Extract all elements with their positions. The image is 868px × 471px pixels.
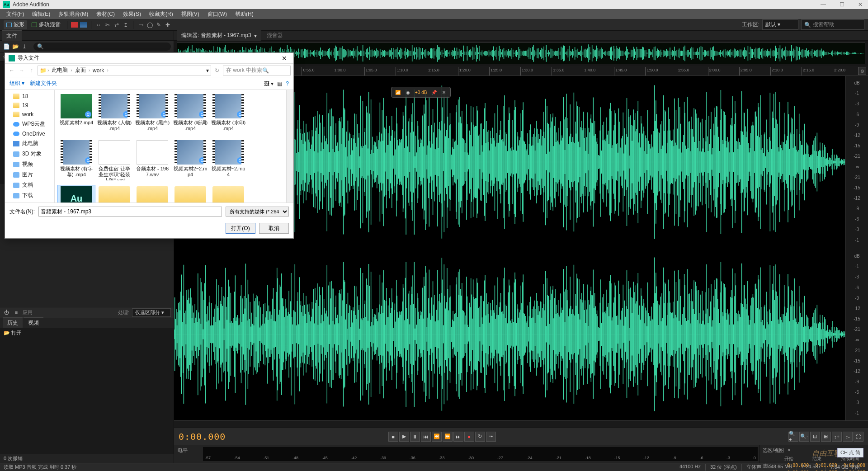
timecode-display[interactable]: 0:00.000 xyxy=(179,431,242,442)
menu-favorites[interactable]: 收藏夹(R) xyxy=(146,9,177,19)
waveform-view-button[interactable]: 波形 xyxy=(4,20,27,29)
multitrack-view-button[interactable]: 多轨混音 xyxy=(29,20,63,29)
go-end-button[interactable]: ⏭ xyxy=(453,432,463,442)
crumb[interactable]: work xyxy=(91,67,106,74)
file-item[interactable]: C视频素材 (有字幕) .mp4 xyxy=(57,139,95,184)
file-item[interactable]: C视频素材2~2.mp4 xyxy=(171,139,209,184)
fx-menu-icon[interactable]: ≡ xyxy=(13,309,20,316)
hud-vol-icon[interactable]: 📶 xyxy=(393,88,402,96)
nav-item[interactable]: work xyxy=(5,110,54,119)
pause-button[interactable]: ⏸ xyxy=(410,432,420,442)
file-item[interactable]: C视频素材~2.mp4 xyxy=(209,139,247,184)
nav-forward-button[interactable]: → xyxy=(18,67,26,74)
heal-tool-icon[interactable]: ✚ xyxy=(164,21,171,28)
hud-close-icon[interactable]: ✕ xyxy=(439,88,448,96)
nav-item[interactable]: 此电脑 xyxy=(5,138,54,149)
scrollbar[interactable] xyxy=(286,90,293,203)
dialog-close-button[interactable]: ✕ xyxy=(279,55,290,62)
filetype-filter[interactable]: 所有支持的媒体 (*.264, *.3gp, xyxy=(226,207,289,217)
workspace-dropdown[interactable]: 默认 ▾ xyxy=(762,19,798,30)
go-start-button[interactable]: ⏮ xyxy=(421,432,431,442)
import-icon[interactable]: ⤓ xyxy=(21,43,28,50)
mixer-tab[interactable]: 混音器 xyxy=(262,30,288,41)
new-file-icon[interactable]: 📄 xyxy=(3,43,10,50)
cancel-button[interactable]: 取消 xyxy=(259,223,289,234)
nav-item[interactable]: 视频 xyxy=(5,159,54,170)
ruler-options-icon[interactable]: ⚙ xyxy=(858,67,866,75)
nav-item[interactable]: 下载 xyxy=(5,190,54,201)
record-button[interactable]: ● xyxy=(464,432,474,442)
move-tool-icon[interactable]: ↔ xyxy=(95,21,102,28)
rewind-button[interactable]: ⏪ xyxy=(432,432,442,442)
process-scope-dropdown[interactable]: 仅选区部分 ▾ xyxy=(132,308,171,317)
search-help-input[interactable]: 🔍 搜索帮助 xyxy=(801,19,864,30)
file-item[interactable]: C视频素材 (水印) .mp4 xyxy=(209,93,247,138)
zoom-full-button[interactable]: ⛶ xyxy=(854,432,863,442)
history-tab[interactable]: 历史 xyxy=(3,317,23,328)
zoom-in-v-button[interactable]: ↕+ xyxy=(832,432,842,442)
nav-back-button[interactable]: ← xyxy=(8,67,16,74)
dialog-search-input[interactable]: 在 work 中搜索 🔍 xyxy=(223,66,291,75)
brush-tool-icon[interactable]: ✎ xyxy=(155,21,162,28)
nav-item[interactable]: 图片 xyxy=(5,170,54,180)
play-button[interactable]: ▶ xyxy=(399,432,409,442)
zoom-out-v-button[interactable]: ↕- xyxy=(843,432,853,442)
hud-pan-icon[interactable]: ◉ xyxy=(403,88,412,96)
open-file-icon[interactable]: 📂 xyxy=(12,43,19,50)
open-button[interactable]: 打开(O) xyxy=(226,223,255,234)
editor-tab[interactable]: 编辑器: 音频素材 - 1967.mp3 ▾ xyxy=(177,30,261,41)
crumb[interactable]: 此电脑 xyxy=(50,66,70,74)
close-button[interactable]: ✕ xyxy=(855,1,865,8)
nav-item[interactable]: 19 xyxy=(5,101,54,110)
ime-indicator[interactable]: CH 点 简 xyxy=(837,448,863,457)
nav-item[interactable]: WPS云盘 xyxy=(5,119,54,129)
file-item[interactable] xyxy=(209,185,247,203)
bottom-scroll[interactable] xyxy=(174,420,868,428)
filename-input[interactable] xyxy=(38,207,222,217)
menu-file[interactable]: 文件(F) xyxy=(3,9,28,19)
files-search-input[interactable]: 🔍 xyxy=(33,42,171,51)
file-item[interactable]: Au音频素材 - 1967.mp3 xyxy=(57,185,95,203)
preview-pane-button[interactable]: ▦ xyxy=(277,80,282,87)
video-tab[interactable]: 视频 xyxy=(24,317,43,328)
maximize-button[interactable]: ☐ xyxy=(837,1,847,8)
crumb[interactable]: 桌面 xyxy=(73,66,88,74)
menu-multitrack[interactable]: 多轨混音(M) xyxy=(55,9,92,19)
minimize-button[interactable]: — xyxy=(818,1,829,8)
zoom-in-h-button[interactable]: 🔍+ xyxy=(788,432,798,442)
nav-item[interactable]: OneDrive xyxy=(5,129,54,138)
loop-button[interactable]: ↻ xyxy=(475,432,485,442)
nav-item[interactable]: 文档 xyxy=(5,180,54,190)
hud-pin-icon[interactable]: 📌 xyxy=(429,88,439,96)
nav-item[interactable]: 18 xyxy=(5,92,54,101)
zoom-reset-button[interactable]: ⊡ xyxy=(810,432,820,442)
slip-tool-icon[interactable]: ⇄ xyxy=(113,21,120,28)
razor-tool-icon[interactable]: ✂ xyxy=(104,21,111,28)
stop-button[interactable]: ■ xyxy=(388,432,398,442)
file-item[interactable]: C视频素材 (人物) .mp4 xyxy=(95,93,133,138)
zoom-selection-button[interactable]: ⊞ xyxy=(821,432,831,442)
marquee-tool-icon[interactable]: ▭ xyxy=(137,21,144,28)
new-folder-button[interactable]: 新建文件夹 xyxy=(30,80,57,87)
file-item[interactable]: C视频素材 (暗调) .mp4 xyxy=(171,93,209,138)
skip-selection-button[interactable]: ⤳ xyxy=(486,432,496,442)
lasso-tool-icon[interactable]: ◯ xyxy=(146,21,153,28)
file-item[interactable]: 音频素材 - 1967.wav xyxy=(133,139,171,184)
file-item[interactable]: 免费住宿 让毕业生求职"轻装上阵".xml xyxy=(95,139,133,184)
level-meter[interactable]: -57-54-51-48-45-42-39-36-33-30-27-24-21-… xyxy=(203,447,758,461)
forward-button[interactable]: ⏩ xyxy=(443,432,453,442)
files-panel-tab[interactable]: 文件 xyxy=(2,30,22,41)
file-item[interactable]: C视频素材 (黑白) .mp4 xyxy=(133,93,171,138)
menu-edit[interactable]: 编辑(E) xyxy=(28,9,54,19)
nav-up-button[interactable]: ↑ xyxy=(28,67,36,74)
ibeam-tool-icon[interactable]: 𝙸 xyxy=(122,21,129,28)
file-item[interactable]: C视频素材2.mp4 xyxy=(57,93,95,138)
nav-item[interactable]: 3D 对象 xyxy=(5,149,54,159)
help-button[interactable]: ? xyxy=(286,80,289,87)
refresh-button[interactable]: ↻ xyxy=(213,67,221,74)
menu-window[interactable]: 窗口(W) xyxy=(204,9,231,19)
file-item[interactable] xyxy=(171,185,209,203)
history-entry[interactable]: 📂 打开 xyxy=(4,330,170,336)
address-bar[interactable]: 📁 › 此电脑› 桌面› work› ▾ xyxy=(38,66,211,75)
view-mode-button[interactable]: 🖼 ▾ xyxy=(264,80,274,87)
